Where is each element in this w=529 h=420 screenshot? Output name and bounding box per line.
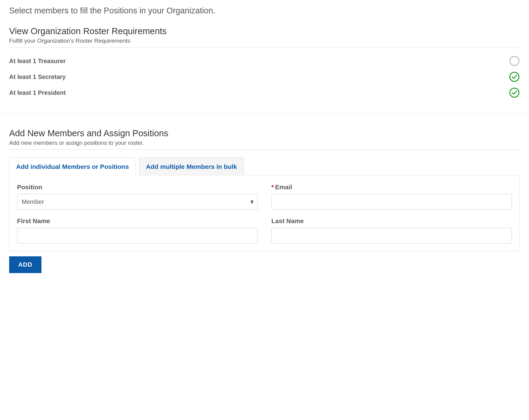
requirement-label: At least 1 Secretary — [9, 73, 66, 80]
requirement-row-treasurer: At least 1 Treasurer — [9, 53, 520, 69]
page-subtitle: Select members to fill the Positions in … — [9, 6, 520, 16]
required-mark: * — [272, 183, 274, 190]
add-members-title: Add New Members and Assign Positions — [9, 128, 520, 138]
requirements-list: At least 1 Treasurer At least 1 Secretar… — [9, 53, 520, 101]
add-button[interactable]: ADD — [9, 256, 41, 273]
position-label: Position — [17, 183, 258, 191]
form-grid: Position Member *Email Fi — [17, 183, 512, 244]
first-name-field: First Name — [17, 217, 258, 244]
first-name-label: First Name — [17, 217, 258, 225]
roster-requirements-section: View Organization Roster Requirements Fu… — [9, 26, 520, 101]
position-select[interactable]: Member — [17, 194, 258, 210]
status-complete-icon — [509, 87, 520, 98]
last-name-input[interactable] — [272, 228, 512, 244]
tab-individual[interactable]: Add individual Members or Positions — [9, 157, 136, 176]
tab-panel-individual: Position Member *Email Fi — [9, 176, 520, 251]
roster-requirements-title: View Organization Roster Requirements — [9, 26, 520, 36]
status-complete-icon — [509, 71, 520, 82]
last-name-label: Last Name — [272, 217, 512, 225]
email-field: *Email — [272, 183, 512, 210]
requirement-label: At least 1 President — [9, 89, 66, 96]
position-field: Position Member — [17, 183, 258, 210]
add-members-section: Add New Members and Assign Positions Add… — [9, 128, 520, 273]
requirement-label: At least 1 Treasurer — [9, 58, 66, 65]
tab-bulk[interactable]: Add multiple Members in bulk — [139, 157, 244, 176]
tabs: Add individual Members or Positions Add … — [9, 157, 520, 176]
email-label: *Email — [272, 183, 512, 191]
svg-point-2 — [510, 88, 519, 97]
position-select-wrapper: Member — [17, 194, 258, 210]
section-divider — [0, 113, 529, 113]
roster-requirements-header: View Organization Roster Requirements Fu… — [9, 26, 520, 48]
add-members-subtitle: Add new members or assign positions to y… — [9, 140, 520, 146]
email-input[interactable] — [272, 194, 512, 210]
last-name-field: Last Name — [272, 217, 512, 244]
svg-point-0 — [510, 56, 519, 66]
email-label-text: Email — [275, 183, 292, 190]
first-name-input[interactable] — [17, 228, 258, 244]
requirement-row-president: At least 1 President — [9, 85, 520, 101]
status-incomplete-icon — [509, 55, 520, 66]
add-members-header: Add New Members and Assign Positions Add… — [9, 128, 520, 150]
svg-point-1 — [510, 72, 519, 81]
requirement-row-secretary: At least 1 Secretary — [9, 69, 520, 85]
roster-requirements-subtitle: Fulfill your Organization's Roster Requi… — [9, 37, 520, 44]
